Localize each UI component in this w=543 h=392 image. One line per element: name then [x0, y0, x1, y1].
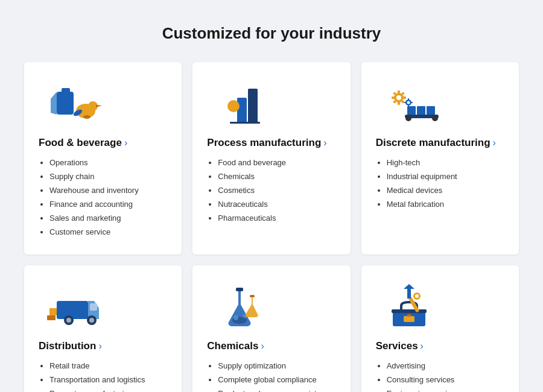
card-title-text: Discrete manufacturing	[376, 137, 491, 149]
svg-rect-11	[230, 122, 260, 124]
list-item: Medical devices	[387, 184, 504, 197]
svg-rect-20	[398, 90, 400, 94]
svg-rect-36	[90, 303, 97, 311]
svg-rect-33	[410, 102, 413, 103]
distribution-icon	[39, 280, 167, 334]
card-list-services: AdvertisingConsulting servicesEngineerin…	[376, 359, 504, 392]
list-item: Retail trade	[49, 359, 167, 373]
list-item: Customer service	[49, 226, 167, 239]
list-item: Descrete manufacturing	[49, 387, 167, 392]
list-item: Operations	[49, 156, 167, 169]
card-title-discrete-manufacturing[interactable]: Discrete manufacturing ›	[376, 137, 504, 149]
card-list-distribution: Retail tradeTransportation and logistics…	[39, 359, 167, 392]
card-title-text: Process manufacturing	[207, 137, 321, 149]
discrete-manufacturing-icon	[376, 77, 504, 131]
svg-rect-54	[404, 316, 414, 322]
list-item: Chemicals	[218, 170, 335, 183]
list-item: Engineering services	[387, 387, 504, 392]
list-item: Warehouse and inventory	[49, 184, 167, 197]
svg-rect-55	[407, 314, 411, 317]
svg-rect-22	[392, 96, 395, 99]
svg-point-52	[415, 294, 419, 298]
list-item: Nutraceuticals	[218, 198, 335, 211]
list-item: Sales and marketing	[49, 212, 167, 225]
card-title-text: Chemicals	[207, 340, 258, 352]
svg-point-17	[432, 115, 438, 121]
svg-rect-8	[237, 98, 247, 123]
card-title-text: Food & beverage	[39, 137, 122, 149]
card-title-chemicals[interactable]: Chemicals ›	[207, 340, 335, 352]
svg-marker-1	[51, 92, 57, 115]
card-distribution: Distribution ›Retail tradeTransportation…	[24, 265, 182, 392]
card-list-process-manufacturing: Food and beverageChemicalsCosmeticsNutra…	[207, 156, 335, 226]
svg-point-46	[233, 315, 238, 320]
svg-marker-5	[96, 105, 102, 107]
svg-rect-31	[408, 104, 409, 107]
card-title-text: Services	[376, 340, 418, 352]
svg-rect-23	[402, 96, 406, 99]
cards-grid: Food & beverage ›OperationsSupply chainW…	[24, 62, 519, 392]
card-discrete-manufacturing: Discrete manufacturing ›High-techIndustr…	[361, 62, 519, 254]
food-beverage-icon	[39, 77, 167, 131]
card-food-beverage: Food & beverage ›OperationsSupply chainW…	[24, 62, 182, 254]
list-item: Complete global compliance	[218, 373, 335, 387]
page-title: Customized for your industry	[24, 24, 519, 43]
list-item: Pharmaceuticals	[218, 212, 335, 225]
list-item: Transportation and logistics	[49, 373, 167, 387]
chemicals-icon	[207, 280, 335, 334]
svg-marker-53	[404, 284, 414, 299]
svg-point-19	[396, 95, 401, 100]
list-item: Finance and accounting	[49, 198, 167, 211]
process-manufacturing-icon	[207, 77, 335, 131]
svg-rect-41	[49, 308, 57, 315]
chevron-icon: ›	[323, 138, 326, 148]
list-item: Supply optimization	[218, 359, 335, 373]
card-list-food-beverage: OperationsSupply chainWarehouse and inve…	[39, 156, 167, 240]
chevron-icon: ›	[98, 341, 101, 352]
svg-point-47	[243, 314, 246, 318]
svg-rect-43	[236, 288, 243, 291]
card-process-manufacturing: Process manufacturing ›Food and beverage…	[192, 62, 350, 254]
card-services: Services ›AdvertisingConsulting services…	[361, 265, 519, 392]
svg-rect-21	[398, 101, 400, 105]
services-icon	[376, 280, 504, 334]
card-title-text: Distribution	[39, 340, 96, 352]
card-title-food-beverage[interactable]: Food & beverage ›	[39, 137, 167, 149]
svg-point-38	[66, 318, 71, 323]
svg-rect-45	[250, 295, 255, 297]
svg-point-6	[83, 115, 91, 119]
svg-point-29	[407, 101, 410, 104]
svg-rect-0	[57, 92, 74, 115]
chevron-icon: ›	[493, 138, 496, 148]
svg-rect-14	[427, 106, 435, 115]
svg-rect-32	[404, 102, 407, 103]
list-item: Metal fabrication	[387, 198, 504, 211]
card-list-chemicals: Supply optimizationComplete global compl…	[207, 359, 335, 392]
chevron-icon: ›	[421, 341, 424, 352]
chevron-icon: ›	[261, 341, 264, 352]
card-title-process-manufacturing[interactable]: Process manufacturing ›	[207, 137, 335, 149]
card-title-distribution[interactable]: Distribution ›	[39, 340, 167, 352]
svg-rect-42	[47, 315, 56, 320]
chevron-icon: ›	[124, 138, 127, 148]
svg-point-10	[227, 100, 240, 112]
list-item: Cosmetics	[218, 184, 335, 197]
list-item: Industrial equipment	[387, 170, 504, 183]
list-item: Consulting services	[387, 373, 504, 387]
svg-point-40	[89, 318, 94, 323]
card-list-discrete-manufacturing: High-techIndustrial equipmentMedical dev…	[376, 156, 504, 212]
list-item: Food and beverage	[218, 156, 335, 169]
list-item: Product and process consistency	[218, 387, 335, 392]
svg-rect-2	[62, 88, 70, 94]
svg-rect-13	[417, 106, 425, 115]
svg-rect-12	[407, 106, 416, 115]
list-item: Advertising	[387, 359, 504, 373]
page-container: Customized for your industry Food & beve…	[0, 0, 543, 392]
svg-rect-49	[392, 309, 427, 313]
list-item: High-tech	[387, 156, 504, 169]
svg-point-16	[405, 115, 411, 121]
svg-rect-30	[408, 98, 409, 101]
card-title-services[interactable]: Services ›	[376, 340, 504, 352]
svg-rect-34	[57, 301, 88, 319]
svg-rect-9	[248, 89, 258, 123]
